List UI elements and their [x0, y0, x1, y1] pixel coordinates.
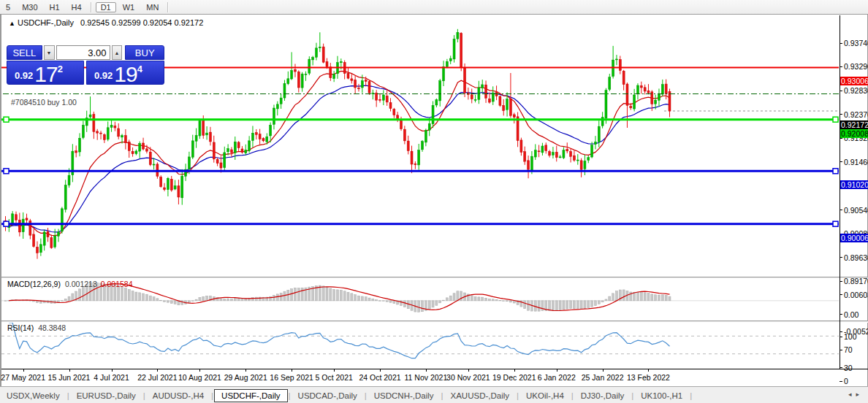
date-label: 13 Feb 2022: [627, 373, 670, 382]
date-tick: [557, 369, 557, 372]
rsi-tick-label: 100: [844, 332, 857, 341]
price-tick-label: 0.89630: [844, 253, 868, 262]
timeframe-button-5[interactable]: 5: [1, 2, 15, 12]
sell-price-point: 2: [58, 64, 63, 74]
tab-divider: |: [441, 391, 443, 400]
timeframe-button-mn[interactable]: MN: [141, 2, 164, 12]
tab-divider: |: [365, 391, 367, 400]
line-handle[interactable]: [4, 221, 9, 226]
line-handle[interactable]: [833, 221, 838, 226]
macd-name: MACD(12,26,9): [7, 280, 61, 288]
price-tick-label: 0.90540: [844, 206, 868, 215]
sell-price-display[interactable]: 0.92 17 2: [7, 61, 84, 85]
pane-separator-rsi[interactable]: [1, 321, 868, 323]
date-label: 30 Nov 2021: [446, 373, 490, 382]
date-tick: [199, 369, 200, 372]
date-tick: [514, 369, 515, 372]
date-label: 25 Jan 2022: [582, 373, 624, 382]
tab-divider: |: [571, 391, 574, 400]
tab-audusd-h4[interactable]: AUDUSD-,H4: [146, 389, 210, 402]
price-tick: [840, 210, 842, 210]
macd-main-value: 0.001213: [65, 280, 97, 288]
tab-usdcad-daily[interactable]: USDCAD-,Daily: [292, 389, 364, 402]
date-tick: [426, 369, 427, 372]
tab-usdchf-daily[interactable]: USDCHF-,Daily: [214, 389, 288, 402]
price-tick: [840, 91, 842, 91]
chart-title: ▲ USDCHF-,Daily 0.92545 0.92599 0.92054 …: [9, 18, 203, 27]
timeframe-toolbar: 5M30H1H4D1W1MN: [0, 0, 868, 15]
macd-signal-value: 0.001584: [101, 280, 133, 288]
date-label: 24 Oct 2021: [359, 373, 400, 382]
volume-decrease-button[interactable]: ▼: [44, 45, 55, 60]
buy-price-point: 4: [137, 64, 142, 74]
ohlc-values: 0.92545 0.92599 0.92054 0.92172: [80, 18, 203, 27]
macd-tick: [840, 331, 842, 332]
rsi-tick: [840, 381, 842, 382]
timeframe-button-h1[interactable]: H1: [45, 2, 65, 12]
rsi-pane[interactable]: [1, 323, 839, 358]
tab-divider: |: [143, 391, 145, 400]
tab-scroll-arrows[interactable]: ◂▸: [848, 391, 864, 398]
date-tick: [380, 369, 381, 372]
symbol-period-label: USDCHF-,Daily: [18, 18, 74, 27]
timeframe-button-m30[interactable]: M30: [17, 2, 42, 12]
date-label: 4 Jul 2021: [94, 373, 129, 382]
sell-price-base: 0.92: [15, 70, 33, 81]
volume-increase-button[interactable]: ▲: [112, 45, 123, 60]
tab-usdx-weekly[interactable]: USDX,Weekly: [0, 389, 66, 402]
line-handle[interactable]: [4, 117, 9, 122]
buy-button[interactable]: BUY: [125, 45, 164, 60]
timeframe-button-d1[interactable]: D1: [96, 2, 116, 12]
rsi-header: RSI(14)48.3848: [7, 323, 66, 332]
rsi-tick-label: 30: [844, 364, 853, 372]
date-tick: [23, 369, 24, 372]
price-tick: [840, 66, 842, 67]
toolbar-separator: [167, 2, 169, 12]
timeframe-button-h4[interactable]: H4: [66, 2, 87, 12]
volume-input[interactable]: [56, 45, 110, 60]
date-label: 15 Jun 2021: [48, 373, 91, 382]
date-tick: [69, 369, 70, 372]
tab-xauusd-daily[interactable]: XAUUSD-,Daily: [444, 389, 517, 402]
tab-usdcnh-daily[interactable]: USDCNH-,Daily: [368, 389, 441, 402]
price-tick: [840, 161, 842, 162]
tab-eurusd-daily[interactable]: EURUSD-,Daily: [70, 389, 142, 402]
price-tick-label: 0.91460: [844, 158, 868, 166]
sell-button[interactable]: SELL: [7, 45, 42, 60]
line-handle[interactable]: [833, 169, 838, 174]
chart-window: ▲ USDCHF-,Daily 0.92545 0.92599 0.92054 …: [0, 14, 868, 386]
date-tick: [603, 369, 604, 372]
chart-tab-bar: USDX,Weekly|EURUSD-,Daily|AUDUSD-,H4|USD…: [0, 386, 868, 403]
price-badge-0.93006: 0.93006: [840, 77, 868, 85]
date-label: 11 Nov 2021: [404, 373, 447, 382]
tab-divider: |: [631, 391, 633, 400]
tab-divider: |: [690, 391, 692, 400]
pane-separator-macd[interactable]: [1, 277, 868, 279]
collapse-arrow-icon[interactable]: ▲: [9, 20, 15, 27]
buy-price-base: 0.92: [94, 70, 113, 81]
tab-divider: |: [517, 391, 519, 400]
sell-price-pips: 17: [34, 65, 57, 83]
price-tick-label: 0.92830: [844, 86, 868, 95]
price-tick-label: 0.92370: [844, 110, 868, 119]
tab-ukoil-h4[interactable]: UKOil-,H4: [519, 389, 571, 402]
tab-divider: |: [211, 391, 213, 400]
macd-tick: [840, 314, 842, 315]
tab-dj30-daily[interactable]: DJ30-,Daily: [574, 389, 631, 402]
rsi-line: [9, 323, 669, 358]
timeframe-button-w1[interactable]: W1: [118, 2, 140, 12]
rsi-name: RSI(14): [7, 323, 34, 332]
date-label: 19 Dec 2021: [492, 373, 536, 382]
line-handle[interactable]: [833, 117, 838, 122]
tab-divider: |: [67, 391, 69, 400]
price-tick: [840, 257, 842, 258]
price-badge-0.90006: 0.90006: [840, 234, 868, 242]
line-handle[interactable]: [4, 169, 9, 174]
price-badge-0.91020: 0.91020: [840, 180, 868, 189]
rsi-tick-label: 70: [844, 345, 853, 354]
tab-uk100-h1[interactable]: UK100-,H1: [634, 389, 689, 402]
buy-price-display[interactable]: 0.92 19 4: [86, 61, 164, 85]
date-label: 5 Oct 2021: [315, 373, 352, 382]
rsi-value: 48.3848: [38, 323, 66, 332]
rsi-tick: [840, 337, 842, 337]
